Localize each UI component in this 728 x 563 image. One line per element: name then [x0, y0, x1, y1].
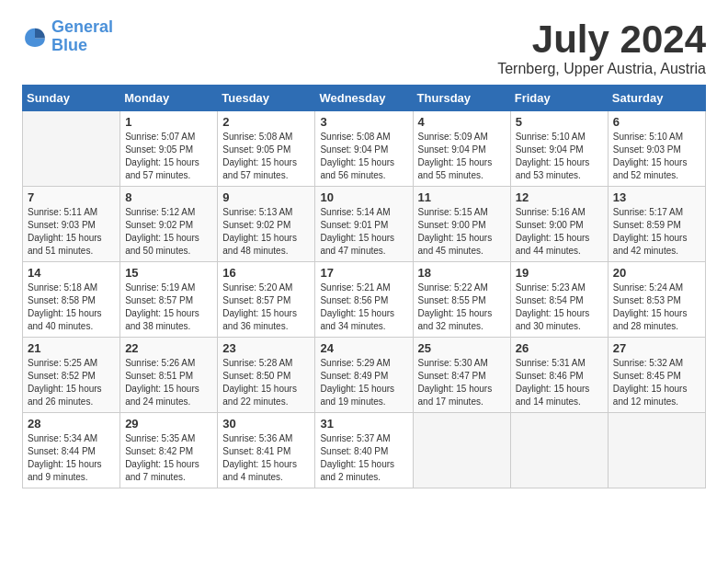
day-number: 19: [516, 266, 603, 280]
day-number: 23: [222, 341, 310, 355]
day-number: 29: [125, 417, 212, 431]
day-number: 7: [28, 190, 115, 204]
calendar-cell: 1Sunrise: 5:07 AM Sunset: 9:05 PM Daylig…: [120, 111, 218, 187]
day-info: Sunrise: 5:34 AM Sunset: 8:44 PM Dayligh…: [28, 432, 115, 484]
calendar-cell: 22Sunrise: 5:26 AM Sunset: 8:51 PM Dayli…: [120, 338, 218, 413]
logo-icon: [22, 24, 48, 50]
day-number: 3: [320, 115, 407, 129]
day-number: 15: [125, 266, 212, 280]
calendar-cell: 24Sunrise: 5:29 AM Sunset: 8:49 PM Dayli…: [315, 338, 413, 413]
day-info: Sunrise: 5:07 AM Sunset: 9:05 PM Dayligh…: [125, 131, 212, 182]
day-header-friday: Friday: [510, 86, 608, 111]
day-number: 9: [222, 190, 310, 204]
calendar-table: SundayMondayTuesdayWednesdayThursdayFrid…: [22, 85, 706, 488]
page-header: General Blue July 2024 Ternberg, Upper A…: [22, 18, 706, 77]
logo-text: General Blue: [51, 18, 113, 55]
day-number: 10: [320, 190, 407, 204]
calendar-cell: [510, 413, 608, 488]
day-header-monday: Monday: [120, 86, 218, 111]
day-info: Sunrise: 5:32 AM Sunset: 8:45 PM Dayligh…: [613, 357, 700, 408]
calendar-cell: [608, 413, 705, 488]
day-info: Sunrise: 5:37 AM Sunset: 8:40 PM Dayligh…: [320, 432, 407, 484]
day-header-sunday: Sunday: [23, 86, 120, 111]
day-info: Sunrise: 5:24 AM Sunset: 8:53 PM Dayligh…: [613, 282, 700, 333]
calendar-week-row: 7Sunrise: 5:11 AM Sunset: 9:03 PM Daylig…: [23, 187, 706, 262]
calendar-cell: 23Sunrise: 5:28 AM Sunset: 8:50 PM Dayli…: [218, 338, 315, 413]
calendar-cell: 13Sunrise: 5:17 AM Sunset: 8:59 PM Dayli…: [608, 187, 705, 262]
day-info: Sunrise: 5:30 AM Sunset: 8:47 PM Dayligh…: [418, 357, 506, 408]
day-info: Sunrise: 5:08 AM Sunset: 9:05 PM Dayligh…: [222, 131, 310, 182]
day-info: Sunrise: 5:12 AM Sunset: 9:02 PM Dayligh…: [125, 206, 212, 258]
day-number: 26: [516, 341, 603, 355]
calendar-week-row: 21Sunrise: 5:25 AM Sunset: 8:52 PM Dayli…: [23, 338, 706, 413]
day-number: 25: [418, 341, 506, 355]
calendar-week-row: 28Sunrise: 5:34 AM Sunset: 8:44 PM Dayli…: [23, 413, 706, 488]
day-info: Sunrise: 5:08 AM Sunset: 9:04 PM Dayligh…: [320, 131, 407, 182]
calendar-cell: 19Sunrise: 5:23 AM Sunset: 8:54 PM Dayli…: [510, 262, 608, 338]
day-number: 24: [320, 341, 407, 355]
calendar-cell: 12Sunrise: 5:16 AM Sunset: 9:00 PM Dayli…: [510, 187, 608, 262]
calendar-cell: 29Sunrise: 5:35 AM Sunset: 8:42 PM Dayli…: [120, 413, 218, 488]
day-number: 22: [125, 341, 212, 355]
day-info: Sunrise: 5:10 AM Sunset: 9:04 PM Dayligh…: [516, 131, 603, 182]
day-number: 12: [516, 190, 603, 204]
day-number: 16: [222, 266, 310, 280]
calendar-week-row: 14Sunrise: 5:18 AM Sunset: 8:58 PM Dayli…: [23, 262, 706, 338]
day-info: Sunrise: 5:14 AM Sunset: 9:01 PM Dayligh…: [320, 206, 407, 258]
day-info: Sunrise: 5:26 AM Sunset: 8:51 PM Dayligh…: [125, 357, 212, 408]
calendar-cell: 28Sunrise: 5:34 AM Sunset: 8:44 PM Dayli…: [23, 413, 120, 488]
day-number: 31: [320, 417, 407, 431]
day-info: Sunrise: 5:17 AM Sunset: 8:59 PM Dayligh…: [613, 206, 700, 258]
calendar-week-row: 1Sunrise: 5:07 AM Sunset: 9:05 PM Daylig…: [23, 111, 706, 187]
calendar-cell: 25Sunrise: 5:30 AM Sunset: 8:47 PM Dayli…: [413, 338, 510, 413]
day-info: Sunrise: 5:35 AM Sunset: 8:42 PM Dayligh…: [125, 432, 212, 484]
day-info: Sunrise: 5:29 AM Sunset: 8:49 PM Dayligh…: [320, 357, 407, 408]
day-number: 11: [418, 190, 506, 204]
calendar-cell: 26Sunrise: 5:31 AM Sunset: 8:46 PM Dayli…: [510, 338, 608, 413]
title-block: July 2024 Ternberg, Upper Austria, Austr…: [497, 18, 706, 77]
calendar-cell: 27Sunrise: 5:32 AM Sunset: 8:45 PM Dayli…: [608, 338, 705, 413]
day-number: 18: [418, 266, 506, 280]
day-number: 28: [28, 417, 115, 431]
day-header-thursday: Thursday: [413, 86, 510, 111]
day-header-tuesday: Tuesday: [218, 86, 315, 111]
calendar-cell: 20Sunrise: 5:24 AM Sunset: 8:53 PM Dayli…: [608, 262, 705, 338]
day-info: Sunrise: 5:15 AM Sunset: 9:00 PM Dayligh…: [418, 206, 506, 258]
calendar-cell: 8Sunrise: 5:12 AM Sunset: 9:02 PM Daylig…: [120, 187, 218, 262]
day-number: 6: [613, 115, 700, 129]
day-info: Sunrise: 5:22 AM Sunset: 8:55 PM Dayligh…: [418, 282, 506, 333]
day-number: 17: [320, 266, 407, 280]
day-info: Sunrise: 5:23 AM Sunset: 8:54 PM Dayligh…: [516, 282, 603, 333]
day-info: Sunrise: 5:16 AM Sunset: 9:00 PM Dayligh…: [516, 206, 603, 258]
calendar-cell: 21Sunrise: 5:25 AM Sunset: 8:52 PM Dayli…: [23, 338, 120, 413]
day-info: Sunrise: 5:36 AM Sunset: 8:41 PM Dayligh…: [222, 432, 310, 484]
calendar-header-row: SundayMondayTuesdayWednesdayThursdayFrid…: [23, 86, 706, 111]
day-number: 14: [28, 266, 115, 280]
calendar-cell: 14Sunrise: 5:18 AM Sunset: 8:58 PM Dayli…: [23, 262, 120, 338]
day-info: Sunrise: 5:20 AM Sunset: 8:57 PM Dayligh…: [222, 282, 310, 333]
day-number: 1: [125, 115, 212, 129]
calendar-cell: 4Sunrise: 5:09 AM Sunset: 9:04 PM Daylig…: [413, 111, 510, 187]
day-number: 21: [28, 341, 115, 355]
day-info: Sunrise: 5:13 AM Sunset: 9:02 PM Dayligh…: [222, 206, 310, 258]
calendar-cell: 16Sunrise: 5:20 AM Sunset: 8:57 PM Dayli…: [218, 262, 315, 338]
day-info: Sunrise: 5:09 AM Sunset: 9:04 PM Dayligh…: [418, 131, 506, 182]
day-header-saturday: Saturday: [608, 86, 705, 111]
page-title: July 2024: [497, 18, 706, 61]
day-number: 2: [222, 115, 310, 129]
day-header-wednesday: Wednesday: [315, 86, 413, 111]
day-number: 8: [125, 190, 212, 204]
day-number: 30: [222, 417, 310, 431]
calendar-cell: 30Sunrise: 5:36 AM Sunset: 8:41 PM Dayli…: [218, 413, 315, 488]
calendar-cell: 3Sunrise: 5:08 AM Sunset: 9:04 PM Daylig…: [315, 111, 413, 187]
day-info: Sunrise: 5:10 AM Sunset: 9:03 PM Dayligh…: [613, 131, 700, 182]
calendar-cell: 18Sunrise: 5:22 AM Sunset: 8:55 PM Dayli…: [413, 262, 510, 338]
calendar-cell: [413, 413, 510, 488]
calendar-cell: 11Sunrise: 5:15 AM Sunset: 9:00 PM Dayli…: [413, 187, 510, 262]
day-info: Sunrise: 5:25 AM Sunset: 8:52 PM Dayligh…: [28, 357, 115, 408]
logo: General Blue: [22, 18, 113, 55]
calendar-cell: 15Sunrise: 5:19 AM Sunset: 8:57 PM Dayli…: [120, 262, 218, 338]
calendar-cell: 9Sunrise: 5:13 AM Sunset: 9:02 PM Daylig…: [218, 187, 315, 262]
day-number: 20: [613, 266, 700, 280]
page-subtitle: Ternberg, Upper Austria, Austria: [497, 61, 706, 77]
